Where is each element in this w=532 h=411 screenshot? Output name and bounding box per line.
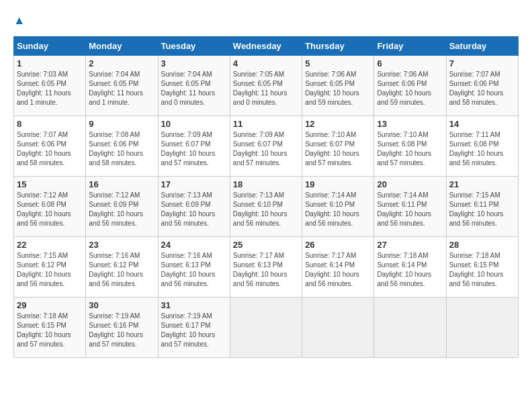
day-number: 31 — [161, 300, 227, 310]
calendar-cell: 13Sunrise: 7:10 AM Sunset: 6:08 PM Dayli… — [374, 116, 446, 177]
day-info: Sunrise: 7:06 AM Sunset: 6:06 PM Dayligh… — [377, 70, 443, 107]
weekday-header-sunday: Sunday — [14, 37, 86, 56]
day-info: Sunrise: 7:03 AM Sunset: 6:05 PM Dayligh… — [17, 70, 83, 107]
day-info: Sunrise: 7:15 AM Sunset: 6:12 PM Dayligh… — [17, 251, 83, 289]
calendar-cell: 3Sunrise: 7:04 AM Sunset: 6:05 PM Daylig… — [158, 56, 230, 116]
calendar-cell: 21Sunrise: 7:15 AM Sunset: 6:11 PM Dayli… — [446, 177, 518, 237]
day-number: 28 — [449, 240, 515, 250]
calendar-table: SundayMondayTuesdayWednesdayThursdayFrid… — [13, 36, 519, 358]
calendar-cell: 18Sunrise: 7:13 AM Sunset: 6:10 PM Dayli… — [230, 177, 302, 237]
calendar-cell: 27Sunrise: 7:18 AM Sunset: 6:14 PM Dayli… — [374, 237, 446, 298]
calendar-cell: 9Sunrise: 7:08 AM Sunset: 6:06 PM Daylig… — [86, 116, 158, 177]
day-number: 8 — [17, 119, 83, 129]
calendar-cell — [446, 298, 518, 358]
weekday-header-friday: Friday — [374, 37, 446, 56]
calendar-cell: 31Sunrise: 7:19 AM Sunset: 6:17 PM Dayli… — [158, 298, 230, 358]
calendar-cell: 17Sunrise: 7:13 AM Sunset: 6:09 PM Dayli… — [158, 177, 230, 237]
logo-icon: ▲ — [13, 13, 30, 30]
weekday-header-saturday: Saturday — [446, 37, 518, 56]
day-info: Sunrise: 7:18 AM Sunset: 6:15 PM Dayligh… — [449, 251, 515, 289]
calendar-cell — [230, 298, 302, 358]
day-info: Sunrise: 7:07 AM Sunset: 6:06 PM Dayligh… — [17, 130, 83, 168]
calendar-cell: 25Sunrise: 7:17 AM Sunset: 6:13 PM Dayli… — [230, 237, 302, 298]
day-info: Sunrise: 7:12 AM Sunset: 6:09 PM Dayligh… — [89, 191, 154, 228]
calendar-cell: 14Sunrise: 7:11 AM Sunset: 6:08 PM Dayli… — [446, 116, 518, 177]
calendar-cell: 7Sunrise: 7:07 AM Sunset: 6:06 PM Daylig… — [446, 56, 518, 116]
calendar-cell: 16Sunrise: 7:12 AM Sunset: 6:09 PM Dayli… — [86, 177, 158, 237]
day-info: Sunrise: 7:18 AM Sunset: 6:15 PM Dayligh… — [17, 312, 83, 349]
calendar-cell: 5Sunrise: 7:06 AM Sunset: 6:05 PM Daylig… — [302, 56, 374, 116]
calendar-cell — [302, 298, 374, 358]
day-number: 13 — [377, 119, 443, 129]
day-info: Sunrise: 7:18 AM Sunset: 6:14 PM Dayligh… — [377, 251, 443, 289]
weekday-header-thursday: Thursday — [302, 37, 374, 56]
calendar-cell: 23Sunrise: 7:16 AM Sunset: 6:12 PM Dayli… — [86, 237, 158, 298]
day-number: 27 — [377, 240, 443, 250]
day-info: Sunrise: 7:16 AM Sunset: 6:12 PM Dayligh… — [89, 251, 154, 289]
calendar-cell: 1Sunrise: 7:03 AM Sunset: 6:05 PM Daylig… — [14, 56, 86, 116]
calendar-cell: 29Sunrise: 7:18 AM Sunset: 6:15 PM Dayli… — [14, 298, 86, 358]
calendar-cell — [374, 298, 446, 358]
calendar-week-row: 29Sunrise: 7:18 AM Sunset: 6:15 PM Dayli… — [14, 298, 519, 358]
calendar-cell: 11Sunrise: 7:09 AM Sunset: 6:07 PM Dayli… — [230, 116, 302, 177]
day-number: 17 — [161, 179, 227, 189]
day-info: Sunrise: 7:15 AM Sunset: 6:11 PM Dayligh… — [449, 191, 515, 228]
calendar-cell: 30Sunrise: 7:19 AM Sunset: 6:16 PM Dayli… — [86, 298, 158, 358]
day-info: Sunrise: 7:13 AM Sunset: 6:09 PM Dayligh… — [161, 191, 227, 228]
logo: ▲ — [13, 13, 32, 30]
day-number: 19 — [305, 179, 371, 189]
day-info: Sunrise: 7:17 AM Sunset: 6:14 PM Dayligh… — [305, 251, 371, 289]
day-info: Sunrise: 7:17 AM Sunset: 6:13 PM Dayligh… — [233, 251, 299, 289]
day-number: 2 — [89, 58, 154, 68]
day-info: Sunrise: 7:14 AM Sunset: 6:10 PM Dayligh… — [305, 191, 371, 228]
day-number: 9 — [89, 119, 154, 129]
calendar-cell: 12Sunrise: 7:10 AM Sunset: 6:07 PM Dayli… — [302, 116, 374, 177]
day-info: Sunrise: 7:19 AM Sunset: 6:17 PM Dayligh… — [161, 312, 227, 349]
calendar-cell: 20Sunrise: 7:14 AM Sunset: 6:11 PM Dayli… — [374, 177, 446, 237]
calendar-cell: 8Sunrise: 7:07 AM Sunset: 6:06 PM Daylig… — [14, 116, 86, 177]
day-number: 1 — [17, 58, 83, 68]
calendar-cell: 28Sunrise: 7:18 AM Sunset: 6:15 PM Dayli… — [446, 237, 518, 298]
day-number: 21 — [449, 179, 515, 189]
day-number: 11 — [233, 119, 299, 129]
svg-text:▲: ▲ — [13, 13, 25, 27]
calendar-cell: 22Sunrise: 7:15 AM Sunset: 6:12 PM Dayli… — [14, 237, 86, 298]
calendar-week-row: 22Sunrise: 7:15 AM Sunset: 6:12 PM Dayli… — [14, 237, 519, 298]
day-number: 20 — [377, 179, 443, 189]
day-info: Sunrise: 7:12 AM Sunset: 6:08 PM Dayligh… — [17, 191, 83, 228]
day-number: 7 — [449, 58, 515, 68]
calendar-week-row: 8Sunrise: 7:07 AM Sunset: 6:06 PM Daylig… — [14, 116, 519, 177]
day-number: 15 — [17, 179, 83, 189]
calendar-cell: 19Sunrise: 7:14 AM Sunset: 6:10 PM Dayli… — [302, 177, 374, 237]
day-info: Sunrise: 7:06 AM Sunset: 6:05 PM Dayligh… — [305, 70, 371, 107]
day-info: Sunrise: 7:10 AM Sunset: 6:08 PM Dayligh… — [377, 130, 443, 168]
day-info: Sunrise: 7:07 AM Sunset: 6:06 PM Dayligh… — [449, 70, 515, 107]
day-info: Sunrise: 7:14 AM Sunset: 6:11 PM Dayligh… — [377, 191, 443, 228]
day-info: Sunrise: 7:05 AM Sunset: 6:05 PM Dayligh… — [233, 70, 299, 107]
day-info: Sunrise: 7:04 AM Sunset: 6:05 PM Dayligh… — [89, 70, 154, 107]
day-number: 14 — [449, 119, 515, 129]
day-number: 10 — [161, 119, 227, 129]
day-number: 6 — [377, 58, 443, 68]
day-number: 30 — [89, 300, 154, 310]
calendar-cell: 26Sunrise: 7:17 AM Sunset: 6:14 PM Dayli… — [302, 237, 374, 298]
calendar-week-row: 15Sunrise: 7:12 AM Sunset: 6:08 PM Dayli… — [14, 177, 519, 237]
weekday-header-row: SundayMondayTuesdayWednesdayThursdayFrid… — [14, 37, 519, 56]
calendar-cell: 6Sunrise: 7:06 AM Sunset: 6:06 PM Daylig… — [374, 56, 446, 116]
day-number: 23 — [89, 240, 154, 250]
day-info: Sunrise: 7:04 AM Sunset: 6:05 PM Dayligh… — [161, 70, 227, 107]
day-number: 24 — [161, 240, 227, 250]
day-number: 18 — [233, 179, 299, 189]
day-number: 22 — [17, 240, 83, 250]
day-number: 5 — [305, 58, 371, 68]
day-number: 16 — [89, 179, 154, 189]
day-info: Sunrise: 7:09 AM Sunset: 6:07 PM Dayligh… — [161, 130, 227, 168]
day-number: 25 — [233, 240, 299, 250]
day-info: Sunrise: 7:16 AM Sunset: 6:13 PM Dayligh… — [161, 251, 227, 289]
day-info: Sunrise: 7:11 AM Sunset: 6:08 PM Dayligh… — [449, 130, 515, 168]
calendar-week-row: 1Sunrise: 7:03 AM Sunset: 6:05 PM Daylig… — [14, 56, 519, 116]
day-number: 26 — [305, 240, 371, 250]
day-info: Sunrise: 7:19 AM Sunset: 6:16 PM Dayligh… — [89, 312, 154, 349]
page-header: ▲ — [13, 13, 519, 30]
day-info: Sunrise: 7:09 AM Sunset: 6:07 PM Dayligh… — [233, 130, 299, 168]
